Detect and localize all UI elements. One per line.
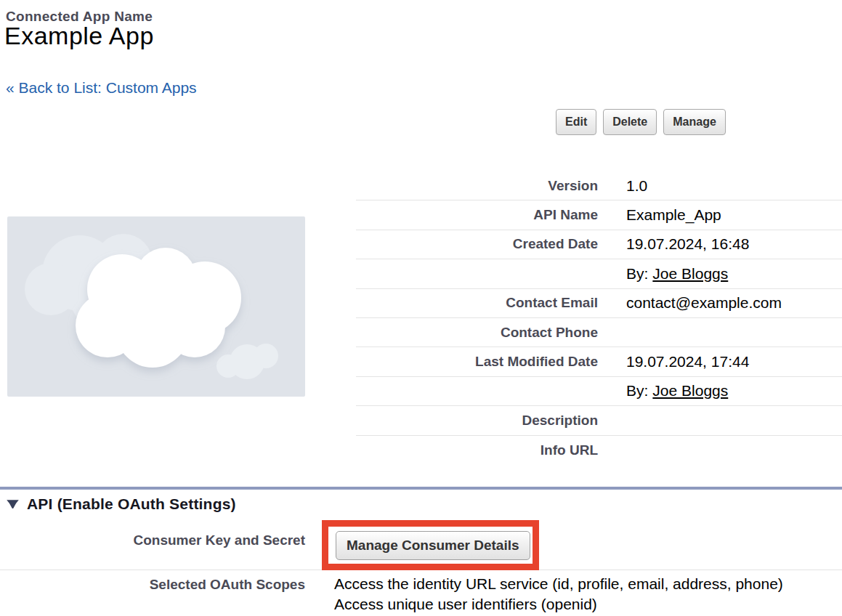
- field-label: Last Modified Date: [356, 354, 598, 370]
- oauth-section-header[interactable]: API (Enable OAuth Settings): [6, 495, 236, 513]
- delete-button[interactable]: Delete: [603, 109, 657, 135]
- by-prefix: By:: [626, 265, 648, 282]
- manage-button[interactable]: Manage: [663, 109, 726, 135]
- cloud-icon: [7, 216, 305, 397]
- table-row: Contact Email contact@example.com: [356, 289, 842, 318]
- field-value: contact@example.com: [598, 294, 782, 312]
- field-value: 1.0: [598, 177, 647, 195]
- field-label: API Name: [356, 207, 598, 223]
- field-label: Description: [356, 413, 598, 429]
- section-divider: [0, 487, 842, 490]
- detail-table: Version 1.0 API Name Example_App Created…: [356, 171, 842, 465]
- oauth-scopes-label: Selected OAuth Scopes: [0, 577, 305, 593]
- connected-app-detail-page: Connected App Name Example App « Back to…: [0, 0, 842, 616]
- manage-consumer-details-button[interactable]: Manage Consumer Details: [336, 531, 530, 560]
- action-toolbar: Edit Delete Manage: [556, 109, 726, 135]
- field-value: By:Joe Bloggs: [598, 265, 728, 283]
- field-label: Version: [356, 178, 598, 194]
- table-row: Contact Phone: [356, 318, 842, 347]
- app-logo: [7, 216, 305, 397]
- triangle-down-icon[interactable]: [6, 498, 20, 510]
- oauth-scopes-values: Access the identity URL service (id, pro…: [334, 574, 783, 614]
- table-row: Created Date 19.07.2024, 16:48: [356, 230, 842, 259]
- table-row: By:Joe Bloggs: [356, 259, 842, 288]
- scope-item: Access the identity URL service (id, pro…: [334, 574, 783, 594]
- table-row: Version 1.0: [356, 171, 842, 200]
- field-label: Info URL: [356, 442, 598, 458]
- scope-item: Access unique user identifiers (openid): [334, 594, 783, 615]
- by-prefix: By:: [626, 382, 648, 399]
- table-row: By:Joe Bloggs: [356, 377, 842, 406]
- highlight-box: Manage Consumer Details: [322, 520, 539, 570]
- field-label: Contact Phone: [356, 325, 598, 341]
- edit-button[interactable]: Edit: [556, 109, 596, 135]
- table-row: Info URL: [356, 436, 842, 465]
- field-value: 19.07.2024, 17:44: [598, 353, 749, 370]
- section-title: API (Enable OAuth Settings): [27, 495, 236, 513]
- consumer-key-label: Consumer Key and Secret: [0, 532, 305, 548]
- table-row: Last Modified Date 19.07.2024, 17:44: [356, 347, 842, 376]
- field-label: Contact Email: [356, 295, 598, 311]
- modified-by-link[interactable]: Joe Bloggs: [652, 382, 728, 399]
- created-by-link[interactable]: Joe Bloggs: [652, 265, 728, 282]
- page-title: Example App: [4, 22, 154, 50]
- field-value: By:Joe Bloggs: [598, 382, 728, 400]
- field-value: 19.07.2024, 16:48: [598, 235, 749, 253]
- table-row: API Name Example_App: [356, 200, 842, 230]
- field-value: Example_App: [598, 206, 721, 224]
- table-row: Description: [356, 406, 842, 435]
- back-to-list-link[interactable]: « Back to List: Custom Apps: [6, 79, 197, 97]
- field-label: Created Date: [356, 236, 598, 252]
